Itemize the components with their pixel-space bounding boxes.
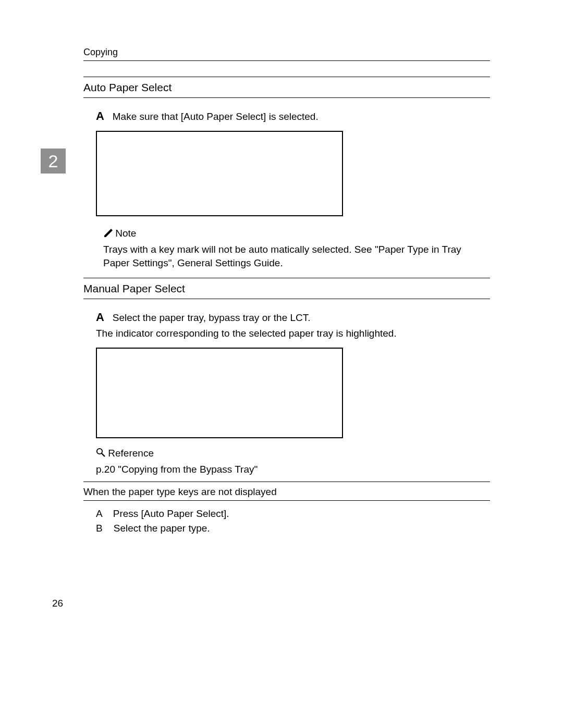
- reference-block: Reference p.20 "Copying from the Bypass …: [96, 447, 490, 476]
- note-block: Note Trays with a key mark will not be a…: [103, 227, 490, 269]
- step-letter: A: [96, 109, 104, 122]
- section2-rule-bottom: [83, 299, 490, 299]
- section-rule-bottom: [83, 97, 490, 98]
- section2-rule-top: [83, 278, 490, 278]
- sub-step-b-label: B: [96, 523, 103, 534]
- sub-step-a: A Press [Auto Paper Select].: [96, 507, 490, 521]
- chapter-tab: 2: [41, 149, 66, 174]
- note-heading: Note: [103, 227, 490, 241]
- section-heading-manual: Manual Paper Select: [83, 281, 490, 296]
- figure-placeholder-1: [96, 131, 343, 216]
- svg-point-0: [97, 449, 102, 454]
- pencil-icon: [103, 227, 113, 241]
- magnifier-icon: [96, 447, 105, 461]
- svg-line-1: [102, 453, 105, 456]
- reference-body: p.20 "Copying from the Bypass Tray": [96, 463, 490, 476]
- step-text-2: Select the paper tray, bypass tray or th…: [113, 312, 311, 323]
- step-followup: The indicator corresponding to the selec…: [96, 327, 490, 340]
- chapter-number: 2: [48, 151, 58, 171]
- section3-rule-top: [83, 482, 490, 482]
- note-label: Note: [115, 228, 136, 239]
- section-rule-top: [83, 77, 490, 77]
- step-letter-2: A: [96, 311, 104, 324]
- figure-placeholder-2: [96, 348, 343, 438]
- section3-rule-bottom: [83, 500, 490, 501]
- reference-heading: Reference: [96, 447, 490, 461]
- running-header: Copying: [83, 46, 490, 58]
- manual-page: 2 Copying Auto Paper Select A Make sure …: [0, 0, 563, 728]
- sub-step-b-text: Select the paper type.: [114, 523, 210, 534]
- note-body: Trays with a key mark will not be auto m…: [103, 243, 490, 269]
- sub-step-list: A Press [Auto Paper Select]. B Select th…: [96, 507, 490, 535]
- sub-step-b: B Select the paper type.: [96, 522, 490, 535]
- step-a-auto: A Make sure that [Auto Paper Select] is …: [83, 108, 490, 124]
- page-number: 26: [52, 597, 63, 610]
- content-column: Copying Auto Paper Select A Make sure th…: [83, 46, 490, 535]
- reference-label: Reference: [108, 448, 154, 459]
- step-text: Make sure that [Auto Paper Select] is se…: [113, 111, 319, 122]
- section-heading-keys: When the paper type keys are not display…: [83, 485, 490, 499]
- sub-step-a-text: Press [Auto Paper Select].: [113, 508, 229, 519]
- section-heading-auto: Auto Paper Select: [83, 80, 490, 95]
- step-a-manual: A Select the paper tray, bypass tray or …: [83, 310, 490, 325]
- sub-step-a-label: A: [96, 508, 102, 519]
